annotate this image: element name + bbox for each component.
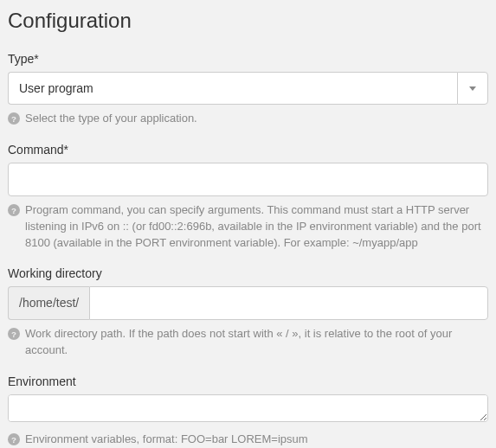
type-help: ? Select the type of your application. xyxy=(8,111,488,127)
chevron-down-icon xyxy=(469,86,476,91)
field-type: Type* User program ? Select the type of … xyxy=(8,52,488,127)
type-help-text: Select the type of your application. xyxy=(25,111,197,127)
command-help: ? Program command, you can specify argum… xyxy=(8,202,488,252)
help-icon: ? xyxy=(8,204,20,216)
workdir-input[interactable] xyxy=(89,286,488,320)
page-title: Configuration xyxy=(8,9,488,33)
workdir-help: ? Work directory path. If the path does … xyxy=(8,326,488,359)
help-icon: ? xyxy=(8,433,20,445)
workdir-prefix: /home/test/ xyxy=(8,286,89,320)
svg-text:?: ? xyxy=(11,114,16,124)
type-select-value[interactable]: User program xyxy=(8,72,457,105)
help-icon: ? xyxy=(8,112,20,125)
workdir-label: Working directory xyxy=(8,266,488,280)
field-environment: Environment ? Environment variables, for… xyxy=(8,374,488,448)
environment-label: Environment xyxy=(8,374,488,388)
workdir-help-text: Work directory path. If the path does no… xyxy=(25,326,488,359)
environment-help: ? Environment variables, format: FOO=bar… xyxy=(8,432,488,448)
svg-text:?: ? xyxy=(11,205,16,214)
type-select[interactable]: User program xyxy=(8,72,488,105)
command-help-text: Program command, you can specify argumen… xyxy=(25,202,488,252)
environment-help-text: Environment variables, format: FOO=bar L… xyxy=(25,432,308,448)
type-select-toggle[interactable] xyxy=(457,72,488,105)
svg-text:?: ? xyxy=(11,435,16,445)
field-command: Command* ? Program command, you can spec… xyxy=(8,143,488,252)
svg-text:?: ? xyxy=(11,330,16,339)
command-label: Command* xyxy=(8,143,488,157)
command-input[interactable] xyxy=(8,163,488,196)
field-workdir: Working directory /home/test/ ? Work dir… xyxy=(8,266,488,359)
type-label: Type* xyxy=(8,52,488,66)
environment-input[interactable] xyxy=(8,394,488,422)
help-icon: ? xyxy=(8,328,20,340)
